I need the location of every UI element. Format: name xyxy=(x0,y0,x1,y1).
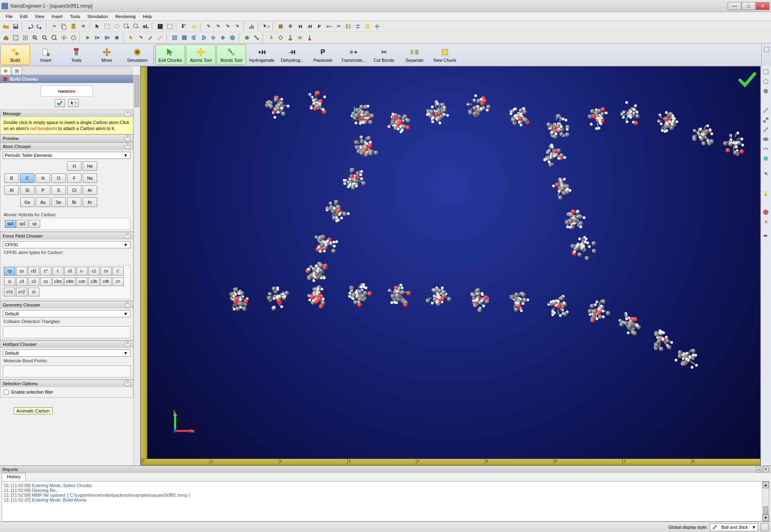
element-F[interactable]: F xyxy=(67,173,82,183)
selopt-header[interactable]: Selection Options⌃ xyxy=(0,380,133,387)
ff-c'[interactable]: c' xyxy=(112,267,124,276)
ff-dropdown[interactable]: CFF91▼ xyxy=(3,241,131,248)
collapse-icon[interactable]: ⌃ xyxy=(124,341,131,347)
ff-c1[interactable]: c1 xyxy=(88,267,100,276)
rt-display1-icon[interactable] xyxy=(762,106,770,114)
ribbon-new-chunk[interactable]: New Chunk xyxy=(430,45,460,65)
ff-chooser-header[interactable]: Force Field Chooser⌃ xyxy=(0,232,133,240)
geom-chooser-header[interactable]: Geometry Chooser⌃ xyxy=(0,301,133,309)
hotspot-textbox[interactable] xyxy=(3,365,131,378)
rt-flag-icon[interactable] xyxy=(762,233,770,241)
rt-style2-icon[interactable] xyxy=(762,77,770,85)
rt-close-icon[interactable]: ✕ xyxy=(762,218,770,226)
select-lasso-icon[interactable] xyxy=(112,22,121,31)
center-icon[interactable] xyxy=(373,22,381,31)
ribbon-move[interactable]: Move xyxy=(92,45,122,65)
home-icon[interactable] xyxy=(2,33,10,42)
view-iso-icon[interactable] xyxy=(228,33,237,42)
ff-c4m[interactable]: c4m xyxy=(64,277,75,286)
element-Br[interactable]: Br xyxy=(67,197,82,207)
ribbon-hydrogenate[interactable]: +HHydrogenate xyxy=(247,45,277,65)
anchor-icon[interactable] xyxy=(286,33,295,42)
rt-display4-icon[interactable] xyxy=(762,135,770,143)
step2-icon[interactable] xyxy=(103,33,112,42)
p-icon[interactable]: P xyxy=(315,22,324,31)
rt-style1-icon[interactable] xyxy=(762,68,770,76)
menu-file[interactable]: File xyxy=(2,13,16,20)
rt-display3-icon[interactable] xyxy=(762,126,770,134)
zoom-out-icon[interactable] xyxy=(50,33,59,42)
zoom-fit-icon[interactable] xyxy=(21,33,30,42)
edit2-icon[interactable]: ✎ xyxy=(214,22,222,31)
hotspot-dropdown[interactable]: Default▼ xyxy=(3,349,131,357)
cut2-icon[interactable]: ✂ xyxy=(334,22,343,31)
ff-cs[interactable]: cs xyxy=(16,267,27,276)
display-style-select[interactable]: Ball and Stick▼ xyxy=(710,523,758,531)
zoom-icon[interactable] xyxy=(40,33,49,42)
close-button[interactable]: ✕ xyxy=(756,2,769,10)
ff-cx[interactable]: cx xyxy=(100,267,112,276)
edit4-icon[interactable]: ✎ xyxy=(233,22,242,31)
h2-icon[interactable]: -H xyxy=(305,22,314,31)
obj-sphere-icon[interactable] xyxy=(243,33,251,42)
element-He[interactable]: He xyxy=(83,161,97,171)
view-right-icon[interactable] xyxy=(199,33,208,42)
swap-icon[interactable] xyxy=(353,22,362,31)
ribbon-simulation[interactable]: Simulation xyxy=(122,45,152,65)
ribbon-cut-bonds[interactable]: ✂Cut Bonds xyxy=(369,45,399,65)
done-check-icon[interactable] xyxy=(738,70,757,89)
ff-c4h[interactable]: c4h xyxy=(100,277,112,286)
ff-co[interactable]: co xyxy=(40,277,51,286)
element-Ar[interactable]: Ar xyxy=(83,185,97,195)
rt-edit-icon[interactable]: ✎ xyxy=(762,170,770,178)
element-Ge[interactable]: Ge xyxy=(20,197,35,207)
ff-c3m[interactable]: c3m xyxy=(52,277,63,286)
view-left-icon[interactable] xyxy=(190,33,198,42)
collapse-icon[interactable]: ⌃ xyxy=(124,233,131,239)
rt-display6-icon[interactable] xyxy=(762,154,770,162)
reports-body[interactable]: 10. [11:52:09] Entering Mode: Select Chu… xyxy=(2,481,769,522)
ff-c[interactable]: c xyxy=(52,267,63,276)
rotate-icon[interactable] xyxy=(69,33,78,42)
rt-style3-icon[interactable] xyxy=(762,87,770,95)
rt-display2-icon[interactable] xyxy=(762,116,770,124)
whatsthis-button[interactable]: ? xyxy=(68,99,79,107)
element-Ne[interactable]: Ne xyxy=(83,173,97,183)
maximize-button[interactable]: □ xyxy=(742,2,755,10)
ff-c3[interactable]: c3 xyxy=(16,277,27,286)
menu-edit[interactable]: Edit xyxy=(17,13,31,20)
edit-icon[interactable]: ✎ xyxy=(204,22,213,31)
element-As[interactable]: As xyxy=(36,197,50,207)
sidebar-tab-1[interactable] xyxy=(0,67,11,75)
align-icon[interactable] xyxy=(344,22,353,31)
view-back-icon[interactable] xyxy=(180,33,189,42)
color-icon[interactable] xyxy=(180,22,189,31)
step-icon[interactable] xyxy=(93,33,102,42)
message-header[interactable]: Message⌃ xyxy=(0,110,133,117)
fit-icon[interactable] xyxy=(11,33,20,42)
ff-c*[interactable]: c* xyxy=(40,267,51,276)
ribbon-bonds-tool[interactable]: Bonds Tool xyxy=(216,45,246,65)
light-icon[interactable] xyxy=(190,22,198,31)
ribbon-transmute[interactable]: Transmute... xyxy=(339,45,368,65)
element-S[interactable]: S xyxy=(51,185,66,195)
element-N[interactable]: N xyxy=(36,173,50,183)
menu-help[interactable]: Help xyxy=(140,13,155,20)
hook-icon[interactable] xyxy=(267,33,275,42)
enable-selection-filter-checkbox[interactable]: Enable selection filter xyxy=(3,389,131,396)
collapse-icon[interactable]: ⌃ xyxy=(124,135,131,141)
element-Kr[interactable]: Kr xyxy=(83,197,97,207)
new-icon[interactable] xyxy=(363,22,372,31)
element-Se[interactable]: Se xyxy=(51,197,66,207)
atom-chooser-dropdown[interactable]: Periodic Table Elements▼ xyxy=(3,152,131,159)
h-icon[interactable]: ·H xyxy=(296,22,304,31)
ff-c=1[interactable]: c=1 xyxy=(4,288,15,296)
redo-icon[interactable] xyxy=(35,22,44,31)
menu-simulation[interactable]: Simulation xyxy=(84,13,111,20)
ff-coh[interactable]: coh xyxy=(76,277,88,286)
sel-cursor-icon[interactable] xyxy=(127,33,136,42)
hybrid-sp2[interactable]: sp2 xyxy=(17,220,28,228)
pan-icon[interactable] xyxy=(59,33,68,42)
menu-insert[interactable]: Insert xyxy=(48,13,66,20)
edit3-icon[interactable]: ✎ xyxy=(223,22,232,31)
